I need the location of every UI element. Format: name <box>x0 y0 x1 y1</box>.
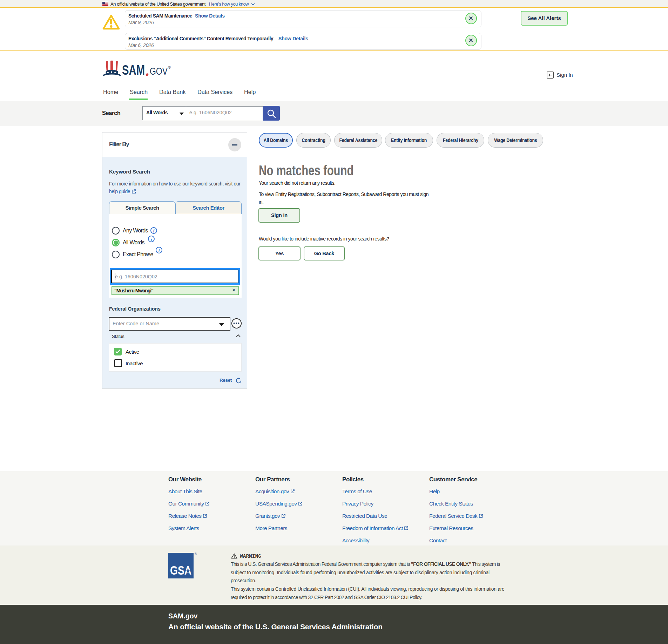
svg-text:SAM: SAM <box>122 62 145 77</box>
svg-text:®: ® <box>168 66 171 69</box>
svg-text:GOV: GOV <box>150 65 168 77</box>
